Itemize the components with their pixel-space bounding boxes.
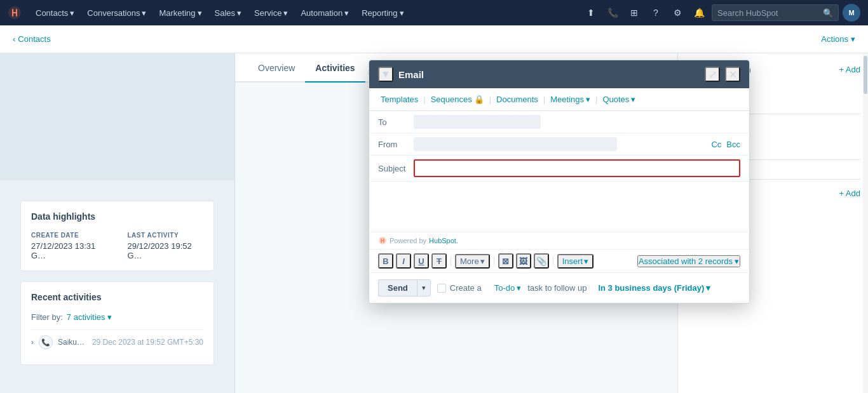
nav-service[interactable]: Service ▾ — [248, 0, 294, 25]
from-field-row: From Cc Bcc — [369, 133, 749, 156]
documents-button[interactable]: Documents — [494, 93, 541, 105]
email-toolbar: Templates | Sequences 🔒 | Documents | Me… — [369, 88, 749, 111]
todo-create-text: Create a — [450, 283, 482, 293]
nav-conversations[interactable]: Conversations ▾ — [81, 0, 153, 25]
chevron-down-icon: ▾ — [142, 8, 146, 18]
toolbar-separator-3 — [553, 256, 553, 266]
to-field-row: To — [369, 111, 749, 133]
data-highlights-card: Data highlights CREATE DATE 27/12/2023 1… — [20, 201, 214, 271]
nav-reporting[interactable]: Reporting ▾ — [355, 0, 410, 25]
chevron-down-icon: ▾ — [517, 283, 521, 293]
subject-input[interactable] — [414, 159, 740, 177]
email-collapse-button[interactable]: ▼ — [378, 67, 393, 82]
filter-row: Filter by: 7 activities ▾ — [31, 312, 203, 322]
task-text: task to follow up — [527, 283, 587, 293]
search-input[interactable] — [717, 8, 819, 18]
email-modal-header: ▼ Email ⤢ ✕ — [369, 60, 749, 88]
nav-sales[interactable]: Sales ▾ — [208, 0, 248, 25]
more-button[interactable]: More ▾ — [455, 254, 490, 269]
activity-row: › 📞 Saikumar G… logged a call to Ka… 29 … — [31, 330, 203, 354]
from-input[interactable] — [414, 137, 617, 151]
chevron-down-icon: ▾ — [584, 256, 588, 266]
due-date-row: In 3 business days (Friday) ▾ — [595, 282, 713, 294]
help-icon[interactable]: ? — [647, 4, 665, 22]
upload-icon[interactable]: ⬆ — [582, 4, 600, 22]
data-highlights-title: Data highlights — [31, 211, 203, 222]
nav-icons: ⬆ 📞 ⊞ ? ⚙ 🔔 🔍 M — [582, 4, 860, 22]
send-button-group: Send ▾ — [378, 279, 431, 296]
associated-records-button[interactable]: Associated with 2 records ▾ — [637, 255, 740, 267]
recent-activities-card: Recent activities Filter by: 7 activitie… — [20, 281, 214, 365]
search-icon: 🔍 — [823, 8, 833, 18]
nav-contacts[interactable]: Contacts ▾ — [29, 0, 81, 25]
italic-button[interactable]: I — [396, 253, 411, 269]
image-button[interactable]: 🖼 — [516, 253, 531, 269]
hubspot-logo[interactable] — [8, 6, 22, 20]
secondary-navigation: ‹ Contacts Actions ▾ — [0, 25, 868, 53]
quotes-button[interactable]: Quotes ▾ — [600, 93, 638, 105]
chevron-down-icon: ▾ — [706, 283, 710, 293]
create-date-field: CREATE DATE 27/12/2023 13:31 G… — [31, 232, 107, 260]
nav-links: Contacts ▾ Conversations ▾ Marketing ▾ S… — [29, 0, 580, 25]
chevron-down-icon: ▾ — [480, 256, 485, 266]
contacts-add-link[interactable]: + Add — [839, 189, 860, 198]
email-footer: Send ▾ Create a To-do ▾ task to follow u… — [369, 273, 749, 303]
companies-add-link[interactable]: + Add — [839, 65, 860, 74]
templates-button[interactable]: Templates — [378, 93, 421, 105]
chevron-left-icon: ‹ — [13, 34, 15, 44]
sequences-button[interactable]: Sequences 🔒 — [428, 93, 487, 105]
nav-marketing[interactable]: Marketing ▾ — [153, 0, 208, 25]
strikethrough-button[interactable]: T — [431, 253, 447, 269]
todo-link[interactable]: To-do ▾ — [492, 282, 524, 294]
activity-time: 29 Dec 2023 at 19:52 GMT+5:30 — [92, 338, 203, 347]
send-dropdown-button[interactable]: ▾ — [417, 279, 431, 296]
marketplace-icon[interactable]: ⊞ — [625, 4, 643, 22]
chevron-down-icon: ▾ — [198, 8, 202, 18]
from-label: From — [378, 140, 409, 149]
top-navigation: Contacts ▾ Conversations ▾ Marketing ▾ S… — [0, 0, 868, 25]
avatar-icon[interactable]: M — [843, 4, 860, 22]
email-body-area[interactable] — [369, 182, 749, 232]
search-bar[interactable]: 🔍 — [712, 4, 839, 21]
underline-button[interactable]: U — [414, 253, 429, 269]
email-expand-button[interactable]: ⤢ — [705, 67, 720, 82]
toolbar-separator — [451, 256, 451, 266]
chevron-down-icon: ▾ — [400, 8, 404, 18]
phone-icon[interactable]: 📞 — [604, 4, 621, 22]
tab-overview[interactable]: Overview — [248, 55, 305, 83]
due-date-link[interactable]: In 3 business days (Friday) ▾ — [595, 282, 713, 294]
right-scrollbar[interactable] — [863, 53, 868, 393]
attach-button[interactable]: 📎 — [534, 253, 549, 269]
bold-button[interactable]: B — [378, 253, 393, 269]
subject-field-row: Subject — [369, 156, 749, 182]
email-modal-title: Email — [398, 69, 700, 80]
activity-expand-icon[interactable]: › — [31, 338, 34, 347]
activity-text: Saikumar G… logged a call to Ka… — [58, 338, 87, 347]
chevron-down-icon: ▾ — [344, 8, 349, 18]
settings-icon[interactable]: ⚙ — [668, 4, 686, 22]
breadcrumb[interactable]: ‹ Contacts — [13, 34, 51, 44]
cc-link[interactable]: Cc — [711, 140, 721, 149]
notifications-icon[interactable]: 🔔 — [690, 4, 708, 22]
bcc-link[interactable]: Bcc — [726, 140, 740, 149]
tab-activities[interactable]: Activities — [305, 55, 365, 83]
hubspot-link[interactable]: HubSpot. — [429, 237, 458, 244]
main-layout: Data highlights CREATE DATE 27/12/2023 1… — [0, 53, 868, 393]
left-sidebar: Data highlights CREATE DATE 27/12/2023 1… — [0, 53, 235, 393]
chevron-down-icon: ▾ — [851, 34, 855, 44]
meetings-button[interactable]: Meetings ▾ — [548, 93, 593, 105]
filter-button[interactable]: 7 activities ▾ — [67, 312, 112, 322]
actions-button[interactable]: Actions ▾ — [821, 34, 855, 44]
insert-button[interactable]: Insert ▾ — [557, 254, 594, 269]
last-activity-field: LAST ACTIVITY 29/12/2023 19:52 G… — [128, 232, 204, 260]
powered-by-footer: Powered by HubSpot. — [369, 232, 749, 250]
to-input[interactable] — [414, 115, 541, 129]
todo-checkbox[interactable] — [437, 284, 446, 293]
email-close-button[interactable]: ✕ — [725, 67, 740, 82]
send-button[interactable]: Send — [378, 279, 417, 296]
remove-format-button[interactable]: ⊠ — [498, 253, 513, 269]
recent-activities-title: Recent activities — [31, 292, 203, 302]
nav-automation[interactable]: Automation ▾ — [294, 0, 355, 25]
chevron-down-icon: ▾ — [283, 8, 288, 18]
lock-icon: 🔒 — [474, 95, 484, 104]
